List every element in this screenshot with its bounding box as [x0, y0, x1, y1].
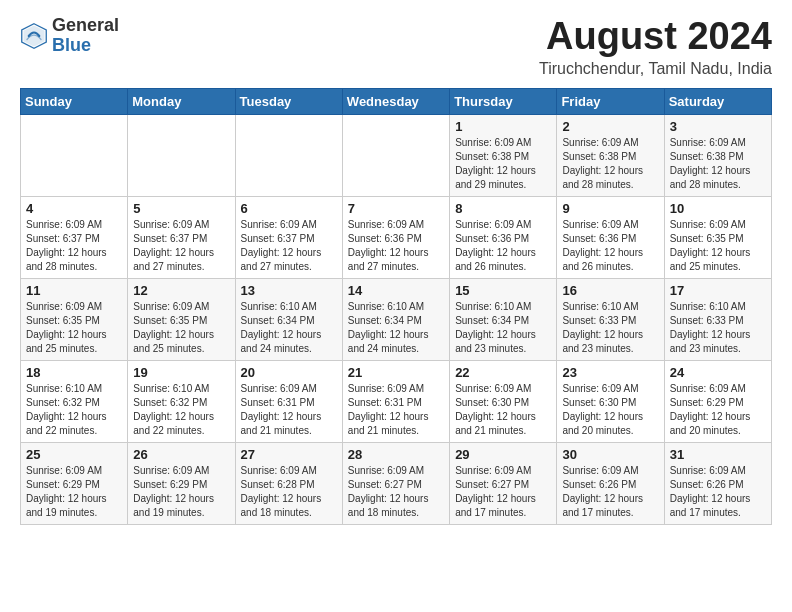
calendar-cell	[21, 114, 128, 196]
day-info: Sunrise: 6:09 AM Sunset: 6:29 PM Dayligh…	[670, 382, 766, 438]
calendar-cell: 15Sunrise: 6:10 AM Sunset: 6:34 PM Dayli…	[450, 278, 557, 360]
day-number: 28	[348, 447, 444, 462]
day-info: Sunrise: 6:09 AM Sunset: 6:31 PM Dayligh…	[348, 382, 444, 438]
day-info: Sunrise: 6:10 AM Sunset: 6:34 PM Dayligh…	[241, 300, 337, 356]
day-info: Sunrise: 6:10 AM Sunset: 6:33 PM Dayligh…	[562, 300, 658, 356]
day-info: Sunrise: 6:09 AM Sunset: 6:27 PM Dayligh…	[348, 464, 444, 520]
day-info: Sunrise: 6:09 AM Sunset: 6:26 PM Dayligh…	[562, 464, 658, 520]
day-info: Sunrise: 6:09 AM Sunset: 6:38 PM Dayligh…	[562, 136, 658, 192]
day-number: 3	[670, 119, 766, 134]
day-info: Sunrise: 6:09 AM Sunset: 6:35 PM Dayligh…	[26, 300, 122, 356]
calendar-cell: 1Sunrise: 6:09 AM Sunset: 6:38 PM Daylig…	[450, 114, 557, 196]
calendar-cell: 23Sunrise: 6:09 AM Sunset: 6:30 PM Dayli…	[557, 360, 664, 442]
calendar-cell: 12Sunrise: 6:09 AM Sunset: 6:35 PM Dayli…	[128, 278, 235, 360]
day-number: 8	[455, 201, 551, 216]
calendar-cell: 6Sunrise: 6:09 AM Sunset: 6:37 PM Daylig…	[235, 196, 342, 278]
day-number: 27	[241, 447, 337, 462]
day-number: 21	[348, 365, 444, 380]
day-header-wednesday: Wednesday	[342, 88, 449, 114]
day-number: 7	[348, 201, 444, 216]
calendar-cell: 3Sunrise: 6:09 AM Sunset: 6:38 PM Daylig…	[664, 114, 771, 196]
calendar-cell	[128, 114, 235, 196]
calendar-cell	[235, 114, 342, 196]
day-header-saturday: Saturday	[664, 88, 771, 114]
day-info: Sunrise: 6:09 AM Sunset: 6:28 PM Dayligh…	[241, 464, 337, 520]
day-header-friday: Friday	[557, 88, 664, 114]
day-number: 4	[26, 201, 122, 216]
day-number: 19	[133, 365, 229, 380]
calendar-cell: 20Sunrise: 6:09 AM Sunset: 6:31 PM Dayli…	[235, 360, 342, 442]
calendar-cell: 11Sunrise: 6:09 AM Sunset: 6:35 PM Dayli…	[21, 278, 128, 360]
calendar-cell: 18Sunrise: 6:10 AM Sunset: 6:32 PM Dayli…	[21, 360, 128, 442]
logo-blue: Blue	[52, 35, 91, 55]
week-row-2: 4Sunrise: 6:09 AM Sunset: 6:37 PM Daylig…	[21, 196, 772, 278]
day-header-sunday: Sunday	[21, 88, 128, 114]
day-number: 14	[348, 283, 444, 298]
day-info: Sunrise: 6:10 AM Sunset: 6:32 PM Dayligh…	[133, 382, 229, 438]
header: General Blue August 2024 Tiruchchendur, …	[20, 16, 772, 78]
day-info: Sunrise: 6:09 AM Sunset: 6:36 PM Dayligh…	[348, 218, 444, 274]
calendar-cell: 25Sunrise: 6:09 AM Sunset: 6:29 PM Dayli…	[21, 442, 128, 524]
day-number: 31	[670, 447, 766, 462]
svg-marker-0	[24, 25, 45, 46]
day-info: Sunrise: 6:09 AM Sunset: 6:35 PM Dayligh…	[670, 218, 766, 274]
day-number: 15	[455, 283, 551, 298]
day-number: 2	[562, 119, 658, 134]
calendar-cell: 8Sunrise: 6:09 AM Sunset: 6:36 PM Daylig…	[450, 196, 557, 278]
day-number: 24	[670, 365, 766, 380]
day-number: 26	[133, 447, 229, 462]
calendar-cell: 28Sunrise: 6:09 AM Sunset: 6:27 PM Dayli…	[342, 442, 449, 524]
day-info: Sunrise: 6:09 AM Sunset: 6:36 PM Dayligh…	[455, 218, 551, 274]
calendar-cell: 10Sunrise: 6:09 AM Sunset: 6:35 PM Dayli…	[664, 196, 771, 278]
logo-general: General	[52, 15, 119, 35]
day-number: 10	[670, 201, 766, 216]
day-info: Sunrise: 6:09 AM Sunset: 6:36 PM Dayligh…	[562, 218, 658, 274]
logo-icon	[20, 22, 48, 50]
location-title: Tiruchchendur, Tamil Nadu, India	[539, 60, 772, 78]
day-number: 20	[241, 365, 337, 380]
day-info: Sunrise: 6:10 AM Sunset: 6:34 PM Dayligh…	[455, 300, 551, 356]
calendar-cell: 30Sunrise: 6:09 AM Sunset: 6:26 PM Dayli…	[557, 442, 664, 524]
day-number: 16	[562, 283, 658, 298]
calendar-cell	[342, 114, 449, 196]
calendar-cell: 26Sunrise: 6:09 AM Sunset: 6:29 PM Dayli…	[128, 442, 235, 524]
day-number: 22	[455, 365, 551, 380]
calendar-cell: 9Sunrise: 6:09 AM Sunset: 6:36 PM Daylig…	[557, 196, 664, 278]
week-row-5: 25Sunrise: 6:09 AM Sunset: 6:29 PM Dayli…	[21, 442, 772, 524]
calendar-cell: 24Sunrise: 6:09 AM Sunset: 6:29 PM Dayli…	[664, 360, 771, 442]
logo: General Blue	[20, 16, 119, 56]
day-info: Sunrise: 6:09 AM Sunset: 6:29 PM Dayligh…	[26, 464, 122, 520]
day-number: 13	[241, 283, 337, 298]
day-info: Sunrise: 6:09 AM Sunset: 6:27 PM Dayligh…	[455, 464, 551, 520]
calendar-cell: 7Sunrise: 6:09 AM Sunset: 6:36 PM Daylig…	[342, 196, 449, 278]
day-header-tuesday: Tuesday	[235, 88, 342, 114]
calendar-table: SundayMondayTuesdayWednesdayThursdayFrid…	[20, 88, 772, 525]
day-info: Sunrise: 6:09 AM Sunset: 6:29 PM Dayligh…	[133, 464, 229, 520]
calendar-cell: 29Sunrise: 6:09 AM Sunset: 6:27 PM Dayli…	[450, 442, 557, 524]
day-header-monday: Monday	[128, 88, 235, 114]
week-row-4: 18Sunrise: 6:10 AM Sunset: 6:32 PM Dayli…	[21, 360, 772, 442]
day-number: 6	[241, 201, 337, 216]
day-info: Sunrise: 6:09 AM Sunset: 6:38 PM Dayligh…	[455, 136, 551, 192]
day-number: 17	[670, 283, 766, 298]
calendar-cell: 2Sunrise: 6:09 AM Sunset: 6:38 PM Daylig…	[557, 114, 664, 196]
calendar-cell: 14Sunrise: 6:10 AM Sunset: 6:34 PM Dayli…	[342, 278, 449, 360]
day-number: 9	[562, 201, 658, 216]
day-number: 29	[455, 447, 551, 462]
week-row-3: 11Sunrise: 6:09 AM Sunset: 6:35 PM Dayli…	[21, 278, 772, 360]
calendar-cell: 21Sunrise: 6:09 AM Sunset: 6:31 PM Dayli…	[342, 360, 449, 442]
logo-text: General Blue	[52, 16, 119, 56]
days-header-row: SundayMondayTuesdayWednesdayThursdayFrid…	[21, 88, 772, 114]
day-info: Sunrise: 6:10 AM Sunset: 6:33 PM Dayligh…	[670, 300, 766, 356]
day-number: 30	[562, 447, 658, 462]
day-info: Sunrise: 6:09 AM Sunset: 6:26 PM Dayligh…	[670, 464, 766, 520]
day-number: 25	[26, 447, 122, 462]
day-info: Sunrise: 6:09 AM Sunset: 6:37 PM Dayligh…	[133, 218, 229, 274]
day-info: Sunrise: 6:10 AM Sunset: 6:32 PM Dayligh…	[26, 382, 122, 438]
calendar-cell: 27Sunrise: 6:09 AM Sunset: 6:28 PM Dayli…	[235, 442, 342, 524]
page: General Blue August 2024 Tiruchchendur, …	[0, 0, 792, 535]
day-info: Sunrise: 6:10 AM Sunset: 6:34 PM Dayligh…	[348, 300, 444, 356]
calendar-cell: 17Sunrise: 6:10 AM Sunset: 6:33 PM Dayli…	[664, 278, 771, 360]
calendar-cell: 5Sunrise: 6:09 AM Sunset: 6:37 PM Daylig…	[128, 196, 235, 278]
calendar-cell: 19Sunrise: 6:10 AM Sunset: 6:32 PM Dayli…	[128, 360, 235, 442]
